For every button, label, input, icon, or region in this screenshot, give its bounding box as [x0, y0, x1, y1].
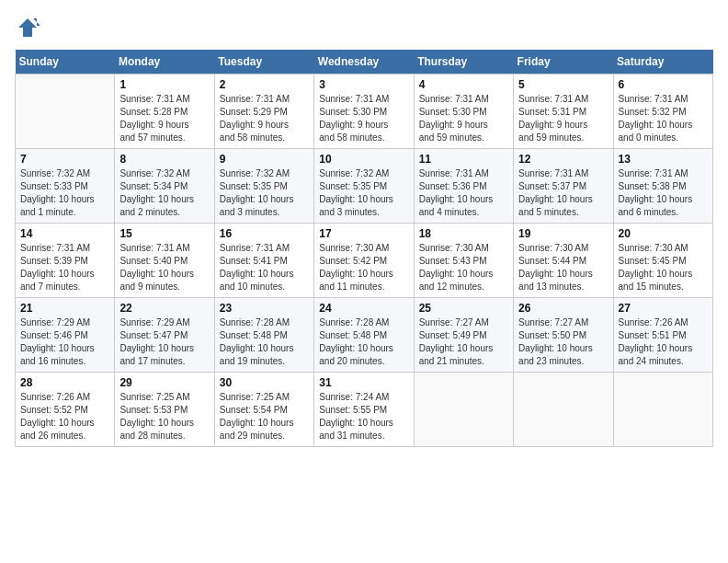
- day-info: Sunrise: 7:31 AMSunset: 5:37 PMDaylight:…: [518, 167, 608, 219]
- day-number: 28: [20, 376, 109, 389]
- day-number: 3: [319, 78, 408, 91]
- day-cell: 5Sunrise: 7:31 AMSunset: 5:31 PMDaylight…: [514, 75, 613, 149]
- day-info: Sunrise: 7:31 AMSunset: 5:31 PMDaylight:…: [518, 93, 608, 144]
- day-info: Sunrise: 7:32 AMSunset: 5:35 PMDaylight:…: [319, 167, 408, 219]
- day-cell: [16, 75, 115, 149]
- day-info: Sunrise: 7:31 AMSunset: 5:32 PMDaylight:…: [619, 93, 708, 144]
- header-row: SundayMondayTuesdayWednesdayThursdayFrid…: [16, 50, 713, 75]
- col-header-wednesday: Wednesday: [314, 50, 414, 75]
- day-info: Sunrise: 7:31 AMSunset: 5:28 PMDaylight:…: [119, 93, 209, 144]
- day-number: 13: [619, 153, 708, 166]
- day-info: Sunrise: 7:26 AMSunset: 5:52 PMDaylight:…: [20, 391, 109, 442]
- day-info: Sunrise: 7:31 AMSunset: 5:38 PMDaylight:…: [619, 167, 708, 219]
- day-cell: 28Sunrise: 7:26 AMSunset: 5:52 PMDayligh…: [16, 373, 115, 447]
- day-info: Sunrise: 7:31 AMSunset: 5:40 PMDaylight:…: [119, 242, 209, 293]
- day-info: Sunrise: 7:29 AMSunset: 5:47 PMDaylight:…: [119, 316, 209, 368]
- day-number: 11: [419, 153, 508, 166]
- day-cell: 2Sunrise: 7:31 AMSunset: 5:29 PMDaylight…: [214, 75, 313, 149]
- day-cell: 24Sunrise: 7:28 AMSunset: 5:48 PMDayligh…: [314, 298, 414, 373]
- day-number: 30: [220, 376, 309, 389]
- day-cell: 4Sunrise: 7:31 AMSunset: 5:30 PMDaylight…: [414, 75, 513, 149]
- day-number: 21: [20, 302, 109, 315]
- day-number: 25: [419, 302, 508, 315]
- day-info: Sunrise: 7:30 AMSunset: 5:42 PMDaylight:…: [319, 242, 408, 293]
- day-number: 17: [319, 227, 408, 240]
- day-cell: [414, 373, 513, 447]
- day-number: 9: [220, 153, 309, 166]
- day-info: Sunrise: 7:30 AMSunset: 5:44 PMDaylight:…: [518, 242, 608, 293]
- col-header-thursday: Thursday: [414, 50, 513, 75]
- day-cell: 20Sunrise: 7:30 AMSunset: 5:45 PMDayligh…: [613, 224, 712, 298]
- day-number: 15: [119, 227, 209, 240]
- day-number: 27: [619, 302, 708, 315]
- day-number: 12: [518, 153, 608, 166]
- day-info: Sunrise: 7:26 AMSunset: 5:51 PMDaylight:…: [619, 316, 708, 368]
- col-header-friday: Friday: [514, 50, 613, 75]
- day-info: Sunrise: 7:31 AMSunset: 5:30 PMDaylight:…: [319, 93, 408, 144]
- day-info: Sunrise: 7:31 AMSunset: 5:41 PMDaylight:…: [220, 242, 309, 293]
- day-info: Sunrise: 7:28 AMSunset: 5:48 PMDaylight:…: [319, 316, 408, 368]
- day-info: Sunrise: 7:27 AMSunset: 5:49 PMDaylight:…: [419, 316, 508, 368]
- day-number: 22: [119, 302, 209, 315]
- calendar-table: SundayMondayTuesdayWednesdayThursdayFrid…: [15, 50, 713, 447]
- week-row-4: 21Sunrise: 7:29 AMSunset: 5:46 PMDayligh…: [16, 298, 713, 373]
- day-cell: 6Sunrise: 7:31 AMSunset: 5:32 PMDaylight…: [613, 75, 712, 149]
- day-info: Sunrise: 7:24 AMSunset: 5:55 PMDaylight:…: [319, 391, 408, 442]
- day-info: Sunrise: 7:31 AMSunset: 5:36 PMDaylight:…: [419, 167, 508, 219]
- day-info: Sunrise: 7:32 AMSunset: 5:34 PMDaylight:…: [119, 167, 209, 219]
- day-number: 10: [319, 153, 408, 166]
- day-info: Sunrise: 7:32 AMSunset: 5:33 PMDaylight:…: [20, 167, 109, 219]
- day-cell: 13Sunrise: 7:31 AMSunset: 5:38 PMDayligh…: [613, 149, 712, 224]
- page-header: [15, 15, 713, 40]
- day-info: Sunrise: 7:27 AMSunset: 5:50 PMDaylight:…: [518, 316, 608, 368]
- day-cell: 23Sunrise: 7:28 AMSunset: 5:48 PMDayligh…: [214, 298, 313, 373]
- day-number: 2: [220, 78, 309, 91]
- day-number: 16: [220, 227, 309, 240]
- day-cell: 16Sunrise: 7:31 AMSunset: 5:41 PMDayligh…: [214, 224, 313, 298]
- day-cell: 25Sunrise: 7:27 AMSunset: 5:49 PMDayligh…: [414, 298, 513, 373]
- day-number: 23: [220, 302, 309, 315]
- day-cell: 1Sunrise: 7:31 AMSunset: 5:28 PMDaylight…: [115, 75, 214, 149]
- day-info: Sunrise: 7:29 AMSunset: 5:46 PMDaylight:…: [20, 316, 109, 368]
- day-number: 26: [518, 302, 608, 315]
- day-cell: 7Sunrise: 7:32 AMSunset: 5:33 PMDaylight…: [16, 149, 115, 224]
- week-row-5: 28Sunrise: 7:26 AMSunset: 5:52 PMDayligh…: [16, 373, 713, 447]
- day-info: Sunrise: 7:25 AMSunset: 5:53 PMDaylight:…: [119, 391, 209, 442]
- day-cell: [514, 373, 613, 447]
- day-number: 18: [419, 227, 508, 240]
- week-row-2: 7Sunrise: 7:32 AMSunset: 5:33 PMDaylight…: [16, 149, 713, 224]
- day-cell: 18Sunrise: 7:30 AMSunset: 5:43 PMDayligh…: [414, 224, 513, 298]
- day-cell: 3Sunrise: 7:31 AMSunset: 5:30 PMDaylight…: [314, 75, 414, 149]
- day-cell: 22Sunrise: 7:29 AMSunset: 5:47 PMDayligh…: [115, 298, 214, 373]
- day-number: 29: [119, 376, 209, 389]
- col-header-tuesday: Tuesday: [214, 50, 313, 75]
- day-number: 5: [518, 78, 608, 91]
- day-number: 6: [619, 78, 708, 91]
- day-cell: 8Sunrise: 7:32 AMSunset: 5:34 PMDaylight…: [115, 149, 214, 224]
- col-header-saturday: Saturday: [613, 50, 712, 75]
- day-cell: 19Sunrise: 7:30 AMSunset: 5:44 PMDayligh…: [514, 224, 613, 298]
- day-info: Sunrise: 7:32 AMSunset: 5:35 PMDaylight:…: [220, 167, 309, 219]
- day-number: 20: [619, 227, 708, 240]
- logo-icon: [15, 15, 40, 40]
- day-number: 19: [518, 227, 608, 240]
- day-cell: 14Sunrise: 7:31 AMSunset: 5:39 PMDayligh…: [16, 224, 115, 298]
- day-cell: 10Sunrise: 7:32 AMSunset: 5:35 PMDayligh…: [314, 149, 414, 224]
- day-cell: 29Sunrise: 7:25 AMSunset: 5:53 PMDayligh…: [115, 373, 214, 447]
- day-cell: 12Sunrise: 7:31 AMSunset: 5:37 PMDayligh…: [514, 149, 613, 224]
- day-info: Sunrise: 7:28 AMSunset: 5:48 PMDaylight:…: [220, 316, 309, 368]
- day-cell: 30Sunrise: 7:25 AMSunset: 5:54 PMDayligh…: [214, 373, 313, 447]
- day-info: Sunrise: 7:25 AMSunset: 5:54 PMDaylight:…: [220, 391, 309, 442]
- day-number: 4: [419, 78, 508, 91]
- day-cell: 17Sunrise: 7:30 AMSunset: 5:42 PMDayligh…: [314, 224, 414, 298]
- day-cell: 11Sunrise: 7:31 AMSunset: 5:36 PMDayligh…: [414, 149, 513, 224]
- day-cell: 9Sunrise: 7:32 AMSunset: 5:35 PMDaylight…: [214, 149, 313, 224]
- day-info: Sunrise: 7:31 AMSunset: 5:29 PMDaylight:…: [220, 93, 309, 144]
- day-number: 1: [119, 78, 209, 91]
- day-cell: [613, 373, 712, 447]
- day-number: 31: [319, 376, 408, 389]
- day-info: Sunrise: 7:31 AMSunset: 5:39 PMDaylight:…: [20, 242, 109, 293]
- day-cell: 21Sunrise: 7:29 AMSunset: 5:46 PMDayligh…: [16, 298, 115, 373]
- day-number: 24: [319, 302, 408, 315]
- day-cell: 31Sunrise: 7:24 AMSunset: 5:55 PMDayligh…: [314, 373, 414, 447]
